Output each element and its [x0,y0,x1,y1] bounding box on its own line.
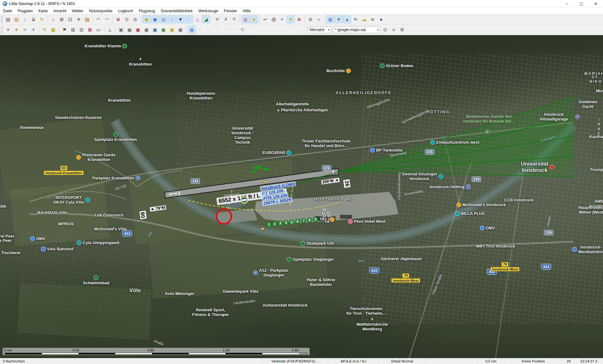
connect-simulator-icon[interactable]: ◍ [188,26,196,34]
toolbar-separator [141,16,141,23]
projection-combo[interactable]: Mercator▾ [307,26,331,33]
menu-szeneriebibliothek[interactable]: Szeneriebibliothek [158,8,195,14]
flightplan-from-map-icon[interactable]: ⚑ [61,26,68,34]
window-search-icon[interactable]: ▣ [126,26,133,34]
show-airports-water-icon[interactable]: ◎ [160,15,167,23]
erase-marks-icon[interactable]: ▨ [83,15,91,23]
search-coordinates-icon[interactable]: ⊙ [381,26,389,34]
airport-symbol-lowi[interactable] [241,196,248,204]
map-style-combo[interactable]: * google-maps-sat▾ [333,26,380,33]
status-messages[interactable]: 3 Nachrichten [0,358,262,364]
reload-icon[interactable]: ↻ [38,15,46,23]
menu-datei[interactable]: Datei [0,8,15,14]
zoom-info-icon[interactable]: ⊙ [123,15,131,23]
scenery-database-icon[interactable]: ≡ [390,26,398,34]
menu-ansicht[interactable]: Ansicht [51,8,69,14]
close-button[interactable]: ✕ [589,0,603,7]
aircraft-performance-open-icon[interactable]: ✈ [13,26,20,34]
aircraft-performance-new-icon[interactable]: ✈ [4,26,12,34]
menu-fenster[interactable]: Fenster [221,8,240,14]
map-home-icon[interactable]: ⌂ [49,15,57,23]
add-measurement-icon[interactable]: ⊕ [114,15,122,23]
maximize-button[interactable]: ▢ [574,0,589,7]
show-ndb-icon[interactable]: ◌ [185,15,193,23]
redo-icon[interactable]: ↷ [103,15,111,23]
menu-karte[interactable]: Karte [35,8,51,14]
menu-wetter[interactable]: Wetter [69,8,86,14]
hillshading-icon[interactable]: ▲ [343,15,351,23]
labels-vor-icon[interactable]: V/ [213,15,221,23]
aircraft-performance-save-icon[interactable]: ✈ [21,26,29,34]
window-information-icon[interactable]: ▣ [143,26,150,34]
menu-flugzeug[interactable]: Flugzeug [136,8,158,14]
window-userpoints-icon[interactable]: ▣ [177,26,184,34]
open-flightplan-icon[interactable]: ▥ [13,15,20,23]
window-flightplan-icon[interactable]: ▣ [117,26,125,34]
wind-icon[interactable]: ≋ [369,15,377,23]
hide-aircraft-icon[interactable]: ⊘ [307,15,314,23]
aircraft-performance-edit-icon[interactable]: ✈ [30,26,37,34]
search-map-icon[interactable]: ⊘ [131,15,139,23]
menu-hilfe[interactable]: Hilfe [240,8,253,14]
menu-werkzeuge[interactable]: Werkzeuge [196,8,221,14]
map-canvas[interactable]: 6552 x 143 ft / L / Asphalt 08 ► 79°M 26… [0,35,603,358]
edit-userpoint-icon[interactable]: ✎ [41,26,49,34]
sun-shading-icon[interactable]: ☀ [335,15,343,23]
weather-icon[interactable]: ☁ [360,15,368,23]
show-airports-soft-icon[interactable]: ◉ [151,15,159,23]
holding-icon[interactable]: @ [270,15,278,23]
parking-spot-4: 4 [283,220,289,225]
compass-rose-icon[interactable]: ⊕ [295,15,303,23]
center-flightplan-icon[interactable]: ⊞ [58,15,66,23]
online-network-icon[interactable]: ◍ [326,15,334,23]
map-image-icon[interactable]: ▦ [49,26,57,34]
labels-ndb-icon[interactable]: J/ [222,15,230,23]
toolbar-separator [186,26,186,33]
show-airports-empty-icon[interactable]: ○ [168,15,176,23]
adjust-view-icon[interactable]: ⊡ [66,15,74,23]
undo-icon[interactable]: ↶ [95,15,102,23]
save-flightplan-as-icon[interactable]: ⇊ [30,15,37,23]
search-highlight-circle [216,208,232,225]
aircraft-trail-icon[interactable]: ➢ [315,15,323,23]
webserver-icon[interactable]: ● [377,15,385,23]
labels-waypoint-icon[interactable]: T/ [230,15,238,23]
window-route-calc-icon[interactable]: ▣ [134,26,142,34]
map-reload-icon[interactable]: ↻ [239,26,247,34]
menu-flugplan[interactable]: Flugplan [15,8,35,14]
traffic-pattern-icon[interactable]: ★ [250,15,258,23]
new-flightplan-icon[interactable]: ▤ [4,15,12,23]
pin-columns-icon[interactable]: ⊥ [106,26,114,34]
show-vor-icon[interactable]: ▼ [177,15,184,23]
show-waypoints-icon[interactable]: △ [193,15,201,23]
ai-aircraft-icon[interactable]: ✈ [278,15,286,23]
measure-line-icon[interactable]: ↩ [261,15,269,23]
flightplan-keyboard-icon[interactable]: ▭ [95,26,102,34]
map-theme-2-icon[interactable]: ◌ [213,26,221,34]
save-flightplan-icon[interactable]: ↓ [21,15,29,23]
flightplan-add-icon[interactable]: ⊞ [69,26,77,34]
minimum-altitude-icon[interactable]: 6s [352,15,360,23]
map-theme-1-icon[interactable]: ◌ [205,26,213,34]
options-gear-icon[interactable]: ⚙ [398,26,406,34]
flightplan-delete-icon[interactable]: ⊠ [86,26,94,34]
show-airports-hard-icon[interactable]: ◉ [143,15,150,23]
menu-nutzerpunkte[interactable]: Nutzerpunkte [86,8,115,14]
window-aircraft-icon[interactable]: ▣ [160,26,167,34]
title-bar: Little Navmap 2.6.11 - MSFS / N 1801 – ▢… [0,0,603,8]
window-elevation-icon[interactable]: ▣ [151,26,159,34]
minimize-button[interactable]: – [560,0,574,7]
status-empty [426,358,477,364]
toolbar-separator [305,16,305,23]
window-logbook-icon[interactable]: ▣ [168,26,176,34]
map-theme-3-icon[interactable]: ◌ [222,26,230,34]
show-ils-icon[interactable]: ◢ [202,15,210,23]
range-rings-icon[interactable]: ◎ [242,15,249,23]
map-projection-1-icon[interactable]: ◌ [196,26,204,34]
user-aircraft-icon[interactable]: ✈ [287,15,295,23]
center-aircraft-icon[interactable]: ✈ [75,15,83,23]
flightplan-edit-icon[interactable]: ⊟ [78,26,85,34]
map-theme-4-icon[interactable]: ◌ [230,26,238,34]
menu-logbuch[interactable]: Logbuch [115,8,136,14]
parking-spot-5: 5 [289,220,294,225]
